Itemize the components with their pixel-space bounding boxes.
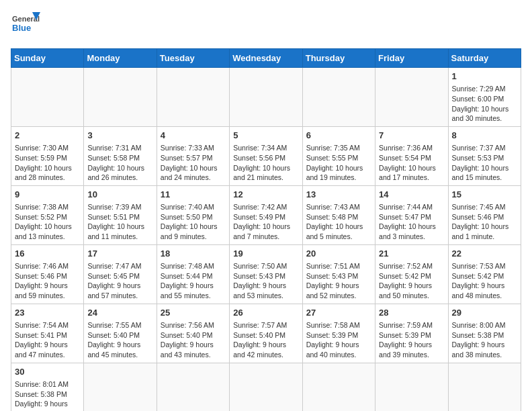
sunset-text: Sunset: 5:40 PM [87,331,140,339]
calendar-cell: 23Sunrise: 7:54 AMSunset: 5:41 PMDayligh… [11,304,84,363]
weekday-header-saturday: Saturday [448,49,521,68]
daylight-text: Daylight: 10 hours and 7 minutes. [233,222,290,240]
sunrise-text: Sunrise: 7:31 AM [87,144,141,152]
calendar-cell: 3Sunrise: 7:31 AMSunset: 5:58 PMDaylight… [84,126,157,185]
sunrise-text: Sunrise: 7:40 AM [161,203,214,211]
daylight-text: Daylight: 10 hours and 3 minutes. [379,222,436,240]
day-number: 19 [233,248,298,260]
day-number: 6 [306,130,371,142]
calendar-cell [230,68,302,127]
sunset-text: Sunset: 5:40 PM [233,331,285,339]
sunrise-text: Sunrise: 7:35 AM [306,144,360,152]
daylight-text: Daylight: 10 hours and 9 minutes. [161,222,218,240]
sunrise-text: Sunrise: 7:48 AM [161,262,214,270]
calendar-cell: 14Sunrise: 7:44 AMSunset: 5:47 PMDayligh… [375,185,448,244]
daylight-text: Daylight: 10 hours and 11 minutes. [87,222,144,240]
day-number: 27 [306,307,371,319]
sunset-text: Sunset: 5:38 PM [452,331,504,339]
sunrise-text: Sunrise: 7:53 AM [452,262,506,270]
calendar-week-row: 23Sunrise: 7:54 AMSunset: 5:41 PMDayligh… [11,304,521,363]
day-number: 4 [161,130,226,142]
sunrise-text: Sunrise: 7:29 AM [452,85,506,93]
sunset-text: Sunset: 6:00 PM [452,95,504,103]
daylight-text: Daylight: 9 hours and 57 minutes. [87,281,140,300]
daylight-text: Daylight: 9 hours and 38 minutes. [452,340,505,359]
sunrise-text: Sunrise: 7:55 AM [87,321,141,329]
day-number: 10 [87,189,152,201]
calendar-cell: 9Sunrise: 7:38 AMSunset: 5:52 PMDaylight… [11,185,84,244]
sunrise-text: Sunrise: 7:46 AM [15,262,69,270]
calendar-cell: 24Sunrise: 7:55 AMSunset: 5:40 PMDayligh… [84,304,157,363]
daylight-text: Daylight: 9 hours and 45 minutes. [87,340,140,359]
sunset-text: Sunset: 5:45 PM [87,272,140,280]
calendar-week-row: 2Sunrise: 7:30 AMSunset: 5:59 PMDaylight… [11,126,521,185]
daylight-text: Daylight: 9 hours and 50 minutes. [379,281,432,300]
weekday-header-friday: Friday [375,49,448,68]
day-number: 29 [452,307,517,319]
daylight-text: Daylight: 9 hours and 48 minutes. [452,281,505,300]
sunset-text: Sunset: 5:48 PM [306,213,359,221]
day-number: 13 [306,189,371,201]
sunrise-text: Sunrise: 7:47 AM [87,262,141,270]
calendar-cell [84,68,157,127]
calendar-week-row: 1Sunrise: 7:29 AMSunset: 6:00 PMDaylight… [11,68,521,127]
day-number: 22 [452,248,517,260]
day-number: 28 [379,307,444,319]
day-number: 30 [15,366,80,378]
calendar-cell: 28Sunrise: 7:59 AMSunset: 5:39 PMDayligh… [375,304,448,363]
sunset-text: Sunset: 5:44 PM [161,272,213,280]
sunset-text: Sunset: 5:51 PM [87,213,140,221]
calendar-cell: 17Sunrise: 7:47 AMSunset: 5:45 PMDayligh… [84,244,157,304]
sunset-text: Sunset: 5:53 PM [452,154,504,162]
calendar-cell [302,68,375,127]
sunrise-text: Sunrise: 7:43 AM [306,203,360,211]
day-number: 8 [452,130,517,142]
calendar-cell [157,68,229,127]
sunset-text: Sunset: 5:52 PM [15,213,67,221]
daylight-text: Daylight: 9 hours and 40 minutes. [306,340,359,359]
day-number: 25 [161,307,226,319]
sunset-text: Sunset: 5:43 PM [233,272,285,280]
sunrise-text: Sunrise: 7:30 AM [15,144,69,152]
day-number: 18 [161,248,226,260]
sunrise-text: Sunrise: 7:52 AM [379,262,433,270]
day-number: 16 [15,248,80,260]
calendar-cell: 30Sunrise: 8:01 AMSunset: 5:38 PMDayligh… [11,363,84,411]
sunrise-text: Sunrise: 7:51 AM [306,262,360,270]
calendar-week-row: 30Sunrise: 8:01 AMSunset: 5:38 PMDayligh… [11,363,521,411]
sunrise-text: Sunrise: 7:59 AM [379,321,433,329]
daylight-text: Daylight: 10 hours and 5 minutes. [306,222,363,240]
daylight-text: Daylight: 9 hours and 55 minutes. [161,281,214,300]
daylight-text: Daylight: 10 hours and 19 minutes. [306,164,363,182]
sunrise-text: Sunrise: 7:44 AM [379,203,433,211]
daylight-text: Daylight: 9 hours and 42 minutes. [233,340,286,359]
calendar-cell: 2Sunrise: 7:30 AMSunset: 5:59 PMDaylight… [11,126,84,185]
calendar-cell [11,68,84,127]
daylight-text: Daylight: 10 hours and 1 minute. [452,222,509,240]
sunset-text: Sunset: 5:49 PM [233,213,285,221]
day-number: 12 [233,189,298,201]
calendar-cell: 19Sunrise: 7:50 AMSunset: 5:43 PMDayligh… [230,244,302,304]
sunrise-text: Sunrise: 7:33 AM [161,144,214,152]
sunset-text: Sunset: 5:59 PM [15,154,67,162]
day-number: 11 [161,189,226,201]
page-header: General Blue [11,11,521,40]
day-number: 9 [15,189,80,201]
calendar-cell: 29Sunrise: 8:00 AMSunset: 5:38 PMDayligh… [448,304,521,363]
day-number: 3 [87,130,152,142]
calendar-table: SundayMondayTuesdayWednesdayThursdayFrid… [11,48,521,411]
calendar-cell: 13Sunrise: 7:43 AMSunset: 5:48 PMDayligh… [302,185,375,244]
calendar-cell: 11Sunrise: 7:40 AMSunset: 5:50 PMDayligh… [157,185,229,244]
sunset-text: Sunset: 5:39 PM [379,331,431,339]
calendar-cell: 18Sunrise: 7:48 AMSunset: 5:44 PMDayligh… [157,244,229,304]
calendar-cell: 1Sunrise: 7:29 AMSunset: 6:00 PMDaylight… [448,68,521,127]
logo-svg: General Blue [11,11,40,40]
day-number: 1 [452,71,517,83]
sunrise-text: Sunrise: 7:50 AM [233,262,287,270]
calendar-cell: 5Sunrise: 7:34 AMSunset: 5:56 PMDaylight… [230,126,302,185]
calendar-cell: 10Sunrise: 7:39 AMSunset: 5:51 PMDayligh… [84,185,157,244]
sunset-text: Sunset: 5:39 PM [306,331,359,339]
calendar-cell: 27Sunrise: 7:58 AMSunset: 5:39 PMDayligh… [302,304,375,363]
calendar-cell [157,363,229,411]
sunset-text: Sunset: 5:47 PM [379,213,431,221]
